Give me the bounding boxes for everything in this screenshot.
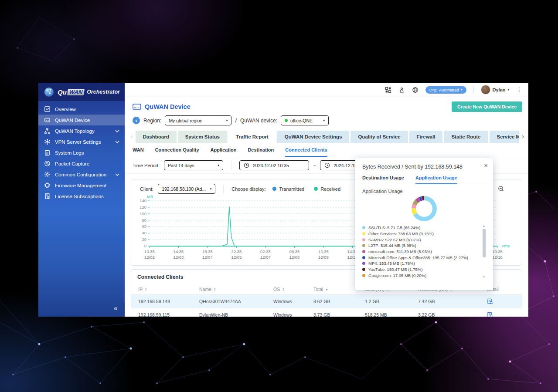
logo-product: Orchestrator xyxy=(87,89,120,95)
legend-dot xyxy=(362,232,365,235)
cell-total: 3.73 GB xyxy=(313,312,365,317)
chevron-down-icon: ▾ xyxy=(218,164,219,167)
desktop-background: QuWANOrchestrator OverviewQuWAN DeviceQu… xyxy=(0,0,558,392)
table-row[interactable]: 192.168.59.115DylanWen-NBWindows3.73 GB5… xyxy=(131,308,522,317)
subtab-connection-quality[interactable]: Connection Quality xyxy=(155,147,199,157)
sidebar-item-packet-capture[interactable]: Packet Capture xyxy=(38,158,125,169)
user-name: Dylan xyxy=(493,87,506,92)
sidebar: QuWANOrchestrator OverviewQuWAN DeviceQu… xyxy=(38,83,125,317)
subtab-wan[interactable]: WAN xyxy=(133,147,144,157)
back-button[interactable]: ‹ xyxy=(133,117,140,124)
scrollbar-thumb[interactable] xyxy=(483,229,486,257)
column-header-name[interactable]: Name▲▼ xyxy=(199,287,273,292)
language-globe-icon[interactable] xyxy=(412,87,418,93)
close-icon[interactable]: × xyxy=(484,162,488,169)
detail-icon[interactable] xyxy=(487,298,522,304)
legend-received[interactable]: Received xyxy=(314,186,340,192)
tab-dashboard[interactable]: Dashboard xyxy=(136,131,177,143)
apps-grid-icon[interactable] xyxy=(385,87,391,93)
topbar-divider xyxy=(473,86,474,93)
detail-icon[interactable] xyxy=(487,312,522,317)
svg-text:120: 120 xyxy=(140,205,146,210)
svg-text:Time: Time xyxy=(501,243,510,248)
sidebar-item-quwan-device[interactable]: QuWAN Device xyxy=(38,115,125,125)
tab-quwan-device-settings[interactable]: QuWAN Device Settings xyxy=(277,131,350,143)
legend-text: L2TP: 515.44 MB (5.98%) xyxy=(368,243,416,248)
more-options-icon[interactable]: ⋮ xyxy=(516,86,522,93)
user-menu[interactable]: Dylan ▾ xyxy=(481,85,509,95)
sort-desc-icon[interactable]: ▼ xyxy=(325,288,328,291)
column-header-os[interactable]: OS▲▼ xyxy=(273,287,313,292)
tab-service-management[interactable]: Service Management xyxy=(490,131,520,143)
scroll-down-icon[interactable]: ▼ xyxy=(482,276,486,278)
sidebar-item-overview[interactable]: Overview xyxy=(38,104,125,115)
sidebar-item-common-configuration[interactable]: Common Configuration xyxy=(38,169,125,180)
popup-scrollbar[interactable]: ▲ ▼ xyxy=(482,225,486,278)
tab-quality-of-service[interactable]: Quality of Service xyxy=(350,131,408,143)
sidebar-item-vpn-server-settings[interactable]: VPN Server Settings xyxy=(38,136,125,147)
client-value: 192.168.58.100 (Ad... xyxy=(162,186,206,192)
org-label: Org: xyxy=(429,88,437,92)
legend-label: Received xyxy=(320,186,340,192)
device-select[interactable]: office-QNE ▾ xyxy=(281,115,329,125)
sidebar-collapse-icon[interactable]: « xyxy=(114,304,118,312)
org-selector[interactable]: Org: Automated ▾ xyxy=(425,86,466,94)
popup-title: Bytes Received / Sent by 192.168.59.148 xyxy=(362,164,486,170)
tab-static-route[interactable]: Static Route xyxy=(444,131,488,143)
tab-system-status[interactable]: System Status xyxy=(178,131,227,143)
chevron-down-icon: ▾ xyxy=(507,88,509,91)
table-row[interactable]: 192.168.59.148QHora301W4474AAWindows8.62… xyxy=(131,295,522,308)
cell-ip: 192.168.59.115 xyxy=(138,312,199,317)
sidebar-item-system-logs[interactable]: System Logs xyxy=(38,147,125,158)
zoom-out-icon[interactable] xyxy=(498,186,504,194)
org-value: Automated xyxy=(439,88,459,92)
user-location-icon[interactable] xyxy=(398,87,405,93)
time-period-select[interactable]: Past 14 days ▾ xyxy=(164,160,223,170)
create-device-button[interactable]: Create New QuWAN Device xyxy=(452,101,522,112)
svg-text:14:35: 14:35 xyxy=(174,249,184,254)
topbar: Org: Automated ▾ Dylan ▾ ⋮ xyxy=(125,83,528,97)
sidebar-item-firmware-management[interactable]: Firmware Management xyxy=(38,180,125,191)
scroll-up-icon[interactable]: ▲ xyxy=(482,225,486,227)
chevron-down-icon: ▾ xyxy=(226,119,228,122)
region-select[interactable]: My global region ▾ xyxy=(165,115,231,125)
legend-text: SAMBA: 522.67 MB (6.07%) xyxy=(368,237,421,242)
popup-tab-application-usage[interactable]: Application Usage xyxy=(415,175,457,184)
sidebar-item-label: QuWAN Device xyxy=(55,118,90,123)
subtab-application[interactable]: Application xyxy=(211,147,237,157)
sidebar-item-label: Common Configuration xyxy=(55,172,106,177)
tab-firewall[interactable]: Firewall xyxy=(409,131,443,143)
tabs-scroll-right-icon[interactable]: › xyxy=(519,133,527,140)
svg-text:12/04: 12/04 xyxy=(202,255,213,260)
popup-tab-destination-usage[interactable]: Destination Usage xyxy=(362,175,404,184)
page-title: QuWAN Device xyxy=(133,103,191,110)
overview-icon xyxy=(44,106,51,112)
cell-rx: 7.42 GB xyxy=(418,299,487,304)
chevron-down-icon xyxy=(115,130,119,132)
tab-traffic-report[interactable]: Traffic Report xyxy=(228,131,276,143)
column-header-ip[interactable]: IP▲▼ xyxy=(138,287,199,292)
sort-icon[interactable]: ▲▼ xyxy=(145,287,147,291)
clock-icon xyxy=(244,162,249,168)
logo-wan: WAN xyxy=(67,89,85,95)
sidebar-item-license-subscriptions[interactable]: License Subscriptions xyxy=(38,191,125,202)
sidebar-item-quwan-topology[interactable]: QuWAN Topology xyxy=(38,125,125,136)
subtab-connected-clients[interactable]: Connected Clients xyxy=(285,147,327,157)
subtab-destination[interactable]: Destination xyxy=(248,147,274,157)
legend-dot xyxy=(362,244,365,247)
popup-tabs: Destination UsageApplication Usage xyxy=(362,175,486,184)
column-label: Total xyxy=(313,287,323,292)
sort-icon[interactable]: ▲▼ xyxy=(282,287,284,291)
common-configuration-icon xyxy=(44,171,51,178)
date-from-input[interactable]: 2024-12-02 10:35 xyxy=(239,160,309,170)
legend-transmitted[interactable]: Transmitted xyxy=(272,186,304,192)
sort-icon[interactable]: ▲▼ xyxy=(214,287,216,291)
client-select[interactable]: 192.168.58.100 (Ad... ▾ xyxy=(158,184,215,194)
page-title-text: QuWAN Device xyxy=(145,103,191,110)
legend-dot xyxy=(362,274,365,277)
system-logs-icon xyxy=(44,149,51,156)
region-label: Region: xyxy=(143,118,161,124)
tabs-scroll-left-icon[interactable]: ‹ xyxy=(128,133,136,140)
app-logo: QuWANOrchestrator xyxy=(38,83,125,101)
donut-legend-item: microsoft.com: 511.39 MB (5.93%) xyxy=(362,249,478,255)
